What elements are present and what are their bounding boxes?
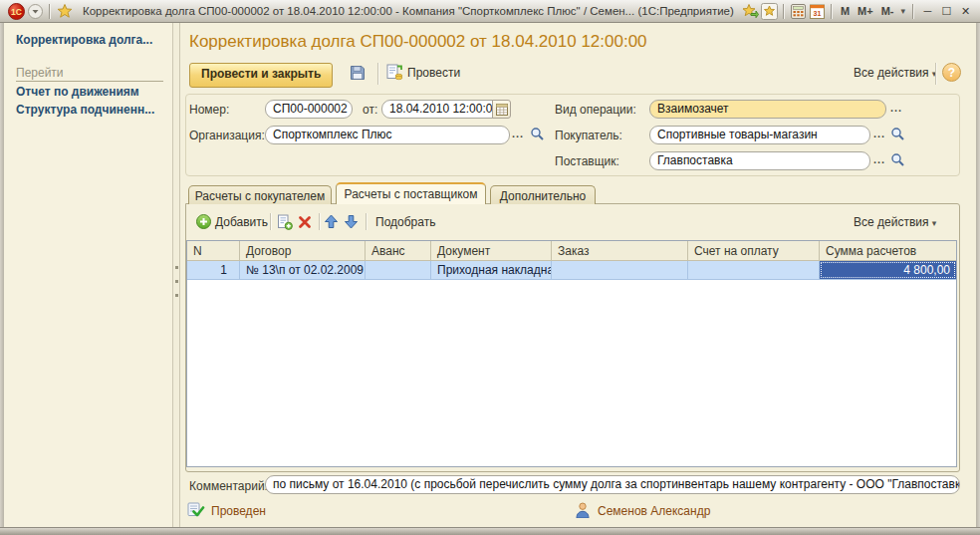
posted-status-icon (187, 502, 205, 518)
post-and-close-button[interactable]: Провести и закрыть (189, 63, 333, 88)
calendar-grid-icon (496, 104, 508, 116)
table-row[interactable]: 1 № 13\п от 02.02.2009 (... Приходная на… (187, 261, 956, 280)
cell-sum-selected[interactable]: 4 800,00 (820, 261, 956, 279)
sidebar-splitter[interactable] (172, 23, 180, 527)
favorites-star-icon[interactable] (55, 2, 74, 21)
app-window: 1С Корректировка долга СП00-000002 от 18… (0, 0, 980, 535)
comment-input[interactable]: по письму от 16.04.2010 (с просьбой пере… (265, 475, 960, 494)
buyer-input[interactable]: Спортивные товары-магазин (649, 126, 870, 144)
column-header-order[interactable]: Заказ (552, 241, 688, 260)
cell-invoice[interactable] (688, 261, 820, 279)
operation-kind-input[interactable]: Взаимозачет (649, 100, 886, 119)
splitter-grip-dot (175, 294, 178, 297)
settlements-table: N Договор Аванс Документ Заказ Счет на о… (186, 240, 957, 467)
magnifier-icon (890, 152, 905, 167)
post-button-label: Провести (407, 66, 460, 80)
magnifier-icon (530, 127, 545, 141)
add-favorite-icon[interactable] (741, 2, 760, 21)
organization-input[interactable]: Спорткомплекс Плюс (265, 126, 510, 144)
sidebar-section-goto: Перейти (16, 66, 64, 80)
calculator-icon[interactable] (789, 2, 808, 21)
splitter-grip-dot (175, 280, 178, 283)
sidebar-divider (16, 81, 163, 82)
post-document-icon (386, 64, 403, 81)
window-frame-bottom (0, 527, 980, 535)
supplier-open-button[interactable] (890, 152, 905, 167)
column-header-advance[interactable]: Аванс (366, 241, 431, 260)
titlebar-separator (831, 4, 833, 19)
cell-contract[interactable]: № 13\п от 02.02.2009 (... (240, 261, 366, 279)
1c-logo-icon[interactable]: 1С (7, 2, 26, 21)
date-label: от: (363, 103, 377, 117)
page-title: Корректировка долга СП00-000002 от 18.04… (189, 32, 647, 52)
save-button[interactable] (350, 65, 366, 81)
window-frame-right (976, 23, 980, 535)
column-header-n[interactable]: N (187, 241, 240, 260)
supplier-label: Поставщик: (555, 154, 619, 168)
toolbar-separator (935, 63, 937, 85)
sidebar-item-movements-report[interactable]: Отчет по движениям (16, 85, 139, 99)
tab-supplier-settlements[interactable]: Расчеты с поставщиком (336, 182, 486, 204)
sidebar-item-current[interactable]: Корректировка долга... (16, 33, 152, 47)
organization-select-button[interactable]: ... (512, 128, 524, 139)
svg-text:1С: 1С (11, 7, 22, 17)
help-button[interactable]: ? (942, 63, 961, 82)
person-icon (576, 502, 590, 518)
document-check-icon (187, 502, 205, 518)
column-header-invoice[interactable]: Счет на оплату (688, 241, 820, 260)
titlebar-separator (912, 4, 914, 19)
cell-document[interactable]: Приходная накладная... (431, 261, 552, 279)
author-icon (576, 502, 590, 518)
sidebar-item-subordination[interactable]: Структура подчиненн... (16, 103, 154, 117)
close-button[interactable]: ✕ (956, 5, 975, 18)
memory-minus-button[interactable]: M- (877, 5, 898, 17)
tab-buyer-settlements[interactable]: Расчеты с покупателем (188, 185, 332, 204)
date-picker-button[interactable] (492, 100, 511, 119)
titlebar-separator (49, 4, 51, 19)
titlebar-separator (783, 4, 785, 19)
toolbar-overflow-chevron-icon[interactable]: ▾ (897, 6, 908, 16)
table-header-row: N Договор Аванс Документ Заказ Счет на о… (187, 241, 956, 261)
buyer-select-button[interactable]: ... (873, 128, 885, 139)
date-input[interactable]: 18.04.2010 12:00:00 (381, 100, 493, 119)
memory-m-button[interactable]: M (837, 5, 854, 17)
splitter-grip-dot (175, 266, 178, 269)
column-header-contract[interactable]: Договор (240, 241, 366, 260)
column-header-sum[interactable]: Сумма расчетов (820, 241, 956, 260)
navigation-sidebar: Корректировка долга... Перейти Отчет по … (4, 23, 172, 527)
cell-advance[interactable] (366, 261, 431, 279)
calendar-icon[interactable]: 31 (808, 2, 827, 21)
post-button[interactable]: Провести (386, 64, 460, 81)
organization-label: Организация: (189, 129, 265, 142)
document-form: Корректировка долга СП00-000002 от 18.04… (180, 23, 976, 527)
buyer-open-button[interactable] (890, 127, 905, 141)
cell-n[interactable]: 1 (187, 261, 240, 279)
organization-open-button[interactable] (530, 127, 545, 141)
open-favorites-icon[interactable] (760, 2, 779, 21)
comment-label: Комментарий: (189, 479, 268, 493)
svg-text:31: 31 (813, 10, 821, 17)
number-input[interactable]: СП00-000002 (265, 100, 353, 119)
all-actions-button[interactable]: Все действия ▾ (854, 66, 936, 80)
supplier-input[interactable]: Главпоставка (649, 151, 870, 170)
cell-order[interactable] (552, 261, 688, 279)
window-menu-chevron-icon[interactable] (26, 2, 45, 21)
window-title: Корректировка долга СП00-000002 от 18.04… (83, 5, 735, 17)
author-label: Семенов Александр (598, 504, 710, 518)
title-bar: 1С Корректировка долга СП00-000002 от 18… (0, 0, 980, 23)
maximize-button[interactable]: ☐ (937, 5, 956, 18)
memory-plus-button[interactable]: M+ (854, 5, 877, 17)
number-label: Номер: (189, 103, 229, 117)
floppy-icon (350, 65, 366, 81)
toolbar-separator (377, 63, 379, 85)
column-header-document[interactable]: Документ (431, 241, 552, 260)
buyer-label: Покупатель: (555, 129, 622, 142)
posted-status-label: Проведен (211, 504, 266, 518)
minimize-button[interactable]: ─ (918, 5, 937, 17)
tab-additional[interactable]: Дополнительно (490, 185, 596, 204)
magnifier-icon (890, 127, 905, 141)
supplier-select-button[interactable]: ... (873, 153, 885, 165)
operation-kind-select-button[interactable]: ... (890, 102, 902, 114)
operation-kind-label: Вид операции: (555, 103, 636, 117)
